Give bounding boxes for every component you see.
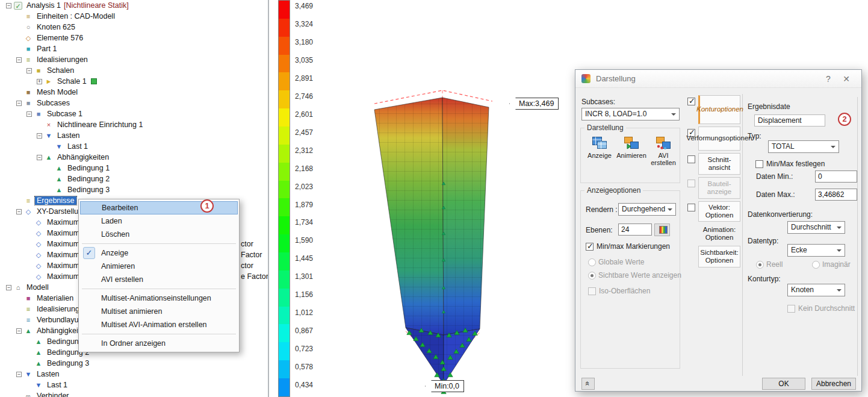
tree-item-label[interactable]: Bedingung 3 [66,186,111,194]
tree-row[interactable]: ×Nichtlineare Einrichtung 1 [0,119,268,130]
help-button[interactable]: ? [819,74,837,84]
tree-row[interactable]: −■Subcase 1 [0,108,268,119]
close-icon[interactable]: ✕ [837,74,855,84]
data-type-select[interactable]: Ecke [787,244,845,257]
tree-item-label[interactable]: Bedingung 1 [66,164,111,172]
menu-item-animieren[interactable]: Animieren [79,260,239,273]
menu-item-multiset-animieren[interactable]: Multiset animieren [79,305,239,318]
tree-item-label[interactable]: Maximum [45,251,81,259]
tree-item-label[interactable]: Nichtlineare Einrichtung 1 [55,120,144,129]
avi-erstellen-button[interactable]: AVI erstellen [648,136,678,166]
konturoptionen-button[interactable]: Konturoptionen [698,95,740,124]
expand-icon[interactable]: + [37,79,42,84]
tree-item-label[interactable]: Bedingung 2 [66,175,111,183]
tree-item-label[interactable]: Part 1 [35,45,58,53]
collapse-icon[interactable]: − [37,133,42,139]
contour-type-select[interactable]: Knoten [787,284,845,296]
tree-row[interactable]: ▲Bedingung 1 [0,163,268,173]
tree-row[interactable]: ■Part 1 [0,43,268,54]
levels-input[interactable] [618,224,652,236]
tree-item-label[interactable]: Schalen [45,66,76,75]
no-average-checkbox[interactable] [787,305,795,313]
collapse-icon[interactable]: − [26,68,32,73]
menu-item-bearbeiten[interactable]: Bearbeiten [80,201,238,214]
schnitt-ansicht-button[interactable]: Schnitt-ansicht [698,153,740,175]
tree-row[interactable]: ■Mesh Model [0,87,268,98]
cancel-button[interactable]: Abbrechen [811,378,856,390]
tree-row[interactable]: ▲Bedingung 2 [0,173,268,184]
tree-item-label[interactable]: Lasten [35,370,61,378]
vektor-optionen-checkbox[interactable] [687,204,695,211]
tree-row[interactable]: −✓Analysis 1[Nichtlineare Statik] [0,0,268,11]
menu-item-laden[interactable]: Laden [79,214,239,228]
global-values-radio[interactable] [588,258,596,266]
tree-row[interactable]: −■Subcases [0,98,268,108]
collapse-icon[interactable]: − [6,3,11,8]
tree-item-label[interactable]: Lasten [55,131,82,140]
tree-row[interactable]: ▲Bedingung 3 [0,184,268,195]
type-select[interactable]: TOTAL [768,140,839,153]
tree-row[interactable]: ◇Elemente 576 [0,33,268,43]
animieren-button[interactable]: Animieren [616,136,646,159]
tree-item-label[interactable]: Ergebnisse [35,196,76,205]
tree-item-label[interactable]: Bedingung 3 [45,359,91,367]
collapse-icon[interactable]: − [6,285,11,290]
dialog-titlebar[interactable]: Darstellung ? ✕ [575,70,861,88]
data-min-input[interactable] [815,170,857,183]
ok-button[interactable]: OK [762,378,805,390]
tree-item-label[interactable]: Einheiten : CAD-Modell [35,12,117,20]
expand-dialog-button[interactable]: « [581,378,595,390]
anzeige-button[interactable]: Anzeige [584,136,615,159]
imaginaer-radio[interactable] [812,261,820,269]
verformungsoptionen-button[interactable]: Verformungsoptionen [698,127,740,151]
tree-row[interactable]: ○Knoten 625 [0,22,268,33]
konturoptionen-checkbox[interactable] [687,98,695,105]
tree-item-label[interactable]: Maximum [45,272,81,281]
tree-item-label[interactable]: Abhängigkeiten [55,153,111,161]
tree-item-label[interactable]: Last 1 [45,381,69,389]
subcases-select[interactable]: INCR 8, LOAD=1.0 [581,108,680,120]
animation-optionen-button[interactable]: Animation: Optionen [698,224,740,243]
tree-item-label[interactable]: Schale 1 [55,77,88,86]
menu-item-multiset-avi-animation-erstellen[interactable]: Multiset AVI-Animation erstellen [79,318,239,331]
collapse-icon[interactable]: − [26,111,32,117]
tree-item-label[interactable]: Maximum [45,218,81,227]
menu-item-in-ordner-anzeigen[interactable]: In Ordner anzeigen [79,337,239,350]
tree-item-label[interactable]: Mesh Model [35,88,79,96]
tree-row[interactable]: −▼Lasten [0,130,268,141]
tree-row[interactable]: +►Schale 1 [0,76,268,87]
sichtbarkeit-optionen-button[interactable]: Sichtbarkeit: Optionen [698,246,740,267]
reell-radio[interactable] [756,261,764,269]
tree-item-label[interactable]: Idealisierungen [35,55,90,64]
menu-item-anzeige[interactable]: ✓Anzeige [79,246,239,260]
tree-item-label[interactable]: Subcases [35,99,72,107]
collapse-icon[interactable]: − [37,155,42,160]
collapse-icon[interactable]: − [16,57,22,63]
tree-item-label[interactable]: Maximum [45,261,81,270]
tree-item-label[interactable]: Analysis 1 [25,1,63,10]
tree-row[interactable]: ▼Last 1 [0,380,268,390]
tree-item-label[interactable]: Modell [25,283,51,292]
collapse-icon[interactable]: − [16,328,22,334]
set-minmax-checkbox[interactable] [755,160,763,168]
tree-item-label[interactable]: Maximum [45,240,81,248]
collapse-icon[interactable]: − [16,101,22,106]
tree-row[interactable]: −▲Abhängigkeiten [0,152,268,163]
tree-row[interactable]: ∞Verbinder [0,390,268,397]
tree-item-label[interactable]: Maximum [45,229,81,237]
menu-item-avi-erstellen[interactable]: AVI erstellen [79,273,239,286]
levels-palette-button[interactable] [654,224,670,236]
tree-item-label[interactable]: Materialien [35,294,75,302]
tree-row[interactable]: ▲Bedingung 3 [0,358,268,369]
tree-item-label[interactable]: Verbinder [35,392,71,397]
tree-row[interactable]: ≡Einheiten : CAD-Modell [0,11,268,22]
render-select[interactable]: Durchgehend [618,203,676,216]
minmax-markers-checkbox[interactable] [586,243,594,251]
menu-item-multiset-animationseinstellungen[interactable]: Multiset-Animationseinstellungen [79,292,239,305]
tree-row[interactable]: −■Schalen [0,65,268,76]
iso-surfaces-checkbox[interactable] [588,287,596,295]
fem-model-3d[interactable] [337,84,554,397]
tree-row[interactable]: −▼Lasten [0,369,268,380]
tree-item-label[interactable]: Knoten 625 [35,23,77,31]
data-max-input[interactable] [815,189,857,201]
